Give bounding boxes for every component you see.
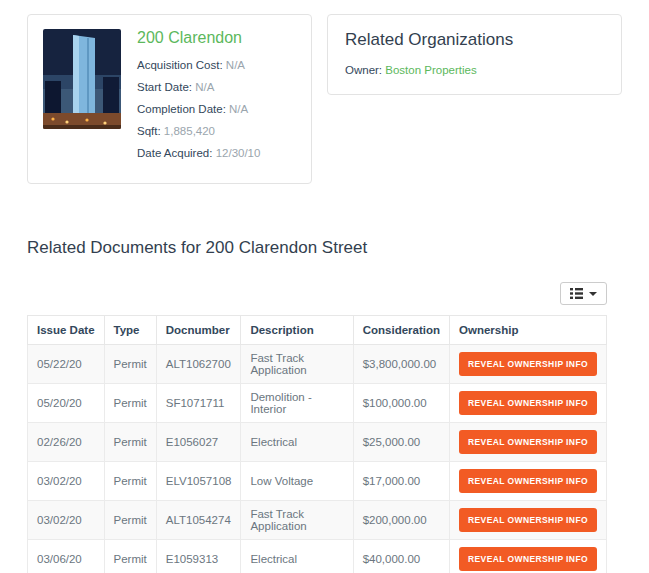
cell-description: Fast Track Application [241, 345, 353, 384]
property-field-acquisition-cost: Acquisition Cost: N/A [137, 59, 260, 71]
column-header-type: Type [104, 316, 156, 345]
property-field-date-acquired: Date Acquired: 12/30/10 [137, 147, 260, 159]
reveal-ownership-button[interactable]: REVEAL OWNERSHIP INFO [459, 547, 597, 571]
field-value: 12/30/10 [216, 147, 261, 159]
cell-description: Electrical [241, 423, 353, 462]
property-field-start-date: Start Date: N/A [137, 81, 260, 93]
cell-type: Permit [104, 462, 156, 501]
property-field-sqft: Sqft: 1,885,420 [137, 125, 260, 137]
table-row: 05/20/20 Permit SF1071711 Demolition - I… [28, 384, 607, 423]
docnumber-link[interactable]: ALT1054274 [156, 501, 241, 540]
cell-consideration: $25,000.00 [353, 423, 449, 462]
list-view-icon [570, 288, 583, 299]
column-header-docnumber: Docnumber [156, 316, 241, 345]
field-value: N/A [229, 103, 248, 115]
docnumber-link[interactable]: ELV1057108 [156, 462, 241, 501]
field-label: Completion Date: [137, 103, 226, 115]
cell-ownership: REVEAL OWNERSHIP INFO [450, 423, 607, 462]
chevron-down-icon [589, 292, 597, 296]
column-header-consideration: Consideration [353, 316, 449, 345]
cell-description: Electrical [241, 540, 353, 573]
column-header-description: Description [241, 316, 353, 345]
cell-issue-date: 03/02/20 [28, 462, 105, 501]
table-row: 03/06/20 Permit E1059313 Electrical $40,… [28, 540, 607, 573]
cell-consideration: $40,000.00 [353, 540, 449, 573]
cell-type: Permit [104, 345, 156, 384]
docnumber-link[interactable]: SF1071711 [156, 384, 241, 423]
cell-type: Permit [104, 501, 156, 540]
field-label: Date Acquired: [137, 147, 212, 159]
top-cards-row: 200 Clarendon Acquisition Cost: N/A Star… [27, 14, 622, 184]
reveal-ownership-button[interactable]: REVEAL OWNERSHIP INFO [459, 508, 597, 532]
field-label: Sqft: [137, 125, 161, 137]
reveal-ownership-button[interactable]: REVEAL OWNERSHIP INFO [459, 352, 597, 376]
field-label: Acquisition Cost: [137, 59, 223, 71]
documents-section-title: Related Documents for 200 Clarendon Stre… [27, 238, 622, 258]
cell-description: Demolition - Interior [241, 384, 353, 423]
cell-issue-date: 03/06/20 [28, 540, 105, 573]
docnumber-link[interactable]: E1056027 [156, 423, 241, 462]
table-row: 05/22/20 Permit ALT1062700 Fast Track Ap… [28, 345, 607, 384]
cell-ownership: REVEAL OWNERSHIP INFO [450, 501, 607, 540]
docnumber-link[interactable]: ALT1062700 [156, 345, 241, 384]
documents-table-container: Issue Date Type Docnumber Description Co… [27, 282, 607, 573]
table-row: 03/02/20 Permit ALT1054274 Fast Track Ap… [28, 501, 607, 540]
cell-issue-date: 03/02/20 [28, 501, 105, 540]
cell-issue-date: 05/22/20 [28, 345, 105, 384]
table-toolbar [27, 282, 607, 305]
cell-issue-date: 02/26/20 [28, 423, 105, 462]
owner-link[interactable]: Boston Properties [385, 64, 476, 76]
field-value: N/A [226, 59, 245, 71]
table-view-dropdown-button[interactable] [560, 282, 607, 305]
cell-ownership: REVEAL OWNERSHIP INFO [450, 384, 607, 423]
cell-consideration: $200,000.00 [353, 501, 449, 540]
field-value: N/A [195, 81, 214, 93]
cell-consideration: $100,000.00 [353, 384, 449, 423]
field-label: Start Date: [137, 81, 192, 93]
field-value: 1,885,420 [164, 125, 215, 137]
building-illustration [43, 29, 121, 129]
table-row: 03/02/20 Permit ELV1057108 Low Voltage $… [28, 462, 607, 501]
cell-issue-date: 05/20/20 [28, 384, 105, 423]
column-header-issue-date: Issue Date [28, 316, 105, 345]
column-header-ownership: Ownership [450, 316, 607, 345]
reveal-ownership-button[interactable]: REVEAL OWNERSHIP INFO [459, 430, 597, 454]
cell-type: Permit [104, 384, 156, 423]
cell-ownership: REVEAL OWNERSHIP INFO [450, 462, 607, 501]
page: 200 Clarendon Acquisition Cost: N/A Star… [0, 0, 649, 573]
cell-description: Fast Track Application [241, 501, 353, 540]
cell-description: Low Voltage [241, 462, 353, 501]
cell-ownership: REVEAL OWNERSHIP INFO [450, 345, 607, 384]
cell-consideration: $17,000.00 [353, 462, 449, 501]
docnumber-link[interactable]: E1059313 [156, 540, 241, 573]
related-organizations-card: Related Organizations Owner: Boston Prop… [327, 14, 622, 95]
property-title[interactable]: 200 Clarendon [137, 29, 260, 47]
related-organizations-title: Related Organizations [345, 30, 604, 50]
reveal-ownership-button[interactable]: REVEAL OWNERSHIP INFO [459, 391, 597, 415]
property-details: 200 Clarendon Acquisition Cost: N/A Star… [137, 29, 260, 169]
owner-line: Owner: Boston Properties [345, 64, 604, 76]
property-field-completion-date: Completion Date: N/A [137, 103, 260, 115]
documents-table: Issue Date Type Docnumber Description Co… [27, 315, 607, 573]
table-header-row: Issue Date Type Docnumber Description Co… [28, 316, 607, 345]
cell-consideration: $3,800,000.00 [353, 345, 449, 384]
reveal-ownership-button[interactable]: REVEAL OWNERSHIP INFO [459, 469, 597, 493]
property-card: 200 Clarendon Acquisition Cost: N/A Star… [27, 14, 312, 184]
cell-type: Permit [104, 423, 156, 462]
owner-label: Owner: [345, 64, 382, 76]
property-photo [43, 29, 121, 129]
cell-type: Permit [104, 540, 156, 573]
table-row: 02/26/20 Permit E1056027 Electrical $25,… [28, 423, 607, 462]
cell-ownership: REVEAL OWNERSHIP INFO [450, 540, 607, 573]
